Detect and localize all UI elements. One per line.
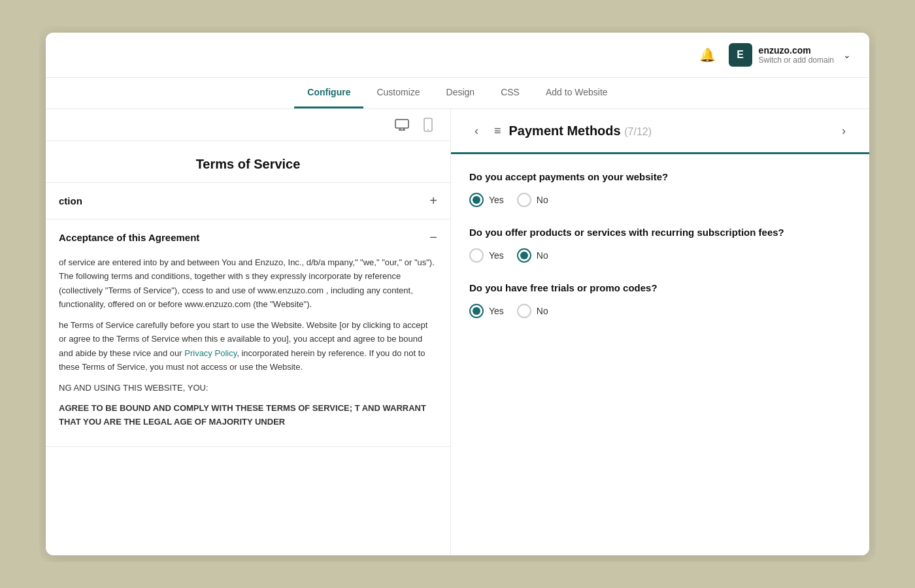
question-1-block: Do you accept payments on your website? … bbox=[469, 170, 851, 207]
wizard-next-button[interactable]: › bbox=[834, 121, 854, 140]
notification-bell-icon[interactable]: 🔔 bbox=[697, 44, 718, 65]
wizard-header: ‹ ≡ Payment Methods (7/12) › bbox=[451, 109, 869, 154]
section-introduction-toggle-icon[interactable]: + bbox=[429, 193, 437, 208]
content-area: Terms of Service ction + Acceptance of t… bbox=[46, 109, 869, 555]
document-content: Terms of Service ction + Acceptance of t… bbox=[46, 141, 450, 555]
question-2-text: Do you offer products or services with r… bbox=[469, 225, 851, 239]
preview-toolbar bbox=[46, 109, 450, 141]
question-3-block: Do you have free trials or promo codes? … bbox=[469, 281, 851, 318]
section-introduction-title: ction bbox=[59, 195, 82, 206]
question-2-no-option[interactable]: No bbox=[517, 248, 548, 263]
domain-text: enzuzo.com Switch or add domain bbox=[759, 45, 834, 65]
domain-switcher[interactable]: E enzuzo.com Switch or add domain ⌄ bbox=[729, 43, 851, 67]
document-title: Terms of Service bbox=[46, 141, 450, 183]
question-1-yes-label: Yes bbox=[489, 195, 504, 205]
question-2-no-label: No bbox=[537, 250, 548, 261]
acceptance-para-1: of service are entered into by and betwe… bbox=[59, 255, 437, 312]
domain-name: enzuzo.com bbox=[759, 45, 834, 56]
tab-design[interactable]: Design bbox=[433, 78, 488, 108]
wizard-menu-icon[interactable]: ≡ bbox=[494, 124, 501, 138]
question-3-options: Yes No bbox=[469, 304, 851, 318]
svg-rect-0 bbox=[395, 120, 408, 128]
question-3-no-label: No bbox=[537, 306, 548, 316]
chevron-down-icon: ⌄ bbox=[843, 50, 851, 60]
question-1-yes-radio[interactable] bbox=[469, 193, 484, 207]
question-3-no-option[interactable]: No bbox=[517, 304, 548, 318]
question-3-yes-option[interactable]: Yes bbox=[469, 304, 504, 318]
wizard-body: Do you accept payments on your website? … bbox=[451, 154, 869, 555]
question-1-no-option[interactable]: No bbox=[517, 193, 548, 207]
acceptance-para-3: NG AND USING THIS WEBSITE, YOU: bbox=[59, 381, 437, 395]
mobile-view-icon[interactable] bbox=[419, 116, 437, 134]
question-3-no-radio[interactable] bbox=[517, 304, 531, 318]
question-1-no-label: No bbox=[537, 195, 548, 205]
tab-configure[interactable]: Configure bbox=[294, 78, 363, 108]
section-acceptance-header[interactable]: Acceptance of this Agreement − bbox=[46, 220, 450, 255]
svg-point-5 bbox=[427, 129, 429, 131]
question-1-options: Yes No bbox=[469, 193, 851, 207]
question-3-yes-radio[interactable] bbox=[469, 304, 484, 318]
question-1-text: Do you accept payments on your website? bbox=[469, 170, 851, 184]
section-introduction-header[interactable]: ction + bbox=[46, 183, 450, 219]
question-1-yes-option[interactable]: Yes bbox=[469, 193, 504, 207]
domain-sub-label: Switch or add domain bbox=[759, 56, 834, 65]
wizard-title: Payment Methods (7/12) bbox=[509, 123, 826, 139]
question-2-yes-radio[interactable] bbox=[469, 248, 484, 263]
section-acceptance-title: Acceptance of this Agreement bbox=[59, 232, 199, 243]
domain-avatar: E bbox=[729, 43, 752, 67]
tab-customize[interactable]: Customize bbox=[363, 78, 433, 108]
acceptance-para-2: he Terms of Service carefully before you… bbox=[59, 318, 437, 374]
header: 🔔 E enzuzo.com Switch or add domain ⌄ bbox=[46, 33, 869, 78]
question-2-options: Yes No bbox=[469, 248, 851, 263]
nav-tabs: Configure Customize Design CSS Add to We… bbox=[46, 78, 869, 109]
section-acceptance-content: of service are entered into by and betwe… bbox=[46, 255, 450, 446]
right-panel: ‹ ≡ Payment Methods (7/12) › Do you acce… bbox=[451, 109, 869, 555]
section-acceptance-toggle-icon[interactable]: − bbox=[429, 230, 437, 245]
question-2-yes-label: Yes bbox=[489, 250, 504, 261]
desktop-view-icon[interactable] bbox=[393, 116, 411, 134]
question-3-yes-label: Yes bbox=[489, 306, 504, 316]
wizard-count: (7/12) bbox=[624, 126, 652, 137]
question-2-block: Do you offer products or services with r… bbox=[469, 225, 851, 263]
section-acceptance: Acceptance of this Agreement − of servic… bbox=[46, 220, 450, 447]
wizard-prev-button[interactable]: ‹ bbox=[467, 121, 486, 140]
question-3-text: Do you have free trials or promo codes? bbox=[469, 281, 851, 295]
privacy-policy-link[interactable]: Privacy Policy bbox=[184, 348, 237, 358]
acceptance-para-4: AGREE TO BE BOUND AND COMPLY WITH THESE … bbox=[59, 401, 437, 429]
header-right: 🔔 E enzuzo.com Switch or add domain ⌄ bbox=[697, 43, 851, 67]
section-introduction: ction + bbox=[46, 183, 450, 220]
question-2-no-radio[interactable] bbox=[517, 248, 531, 263]
left-panel: Terms of Service ction + Acceptance of t… bbox=[46, 109, 451, 555]
question-1-no-radio[interactable] bbox=[517, 193, 531, 207]
tab-css[interactable]: CSS bbox=[488, 78, 533, 108]
tab-add-to-website[interactable]: Add to Website bbox=[533, 78, 621, 108]
question-2-yes-option[interactable]: Yes bbox=[469, 248, 504, 263]
